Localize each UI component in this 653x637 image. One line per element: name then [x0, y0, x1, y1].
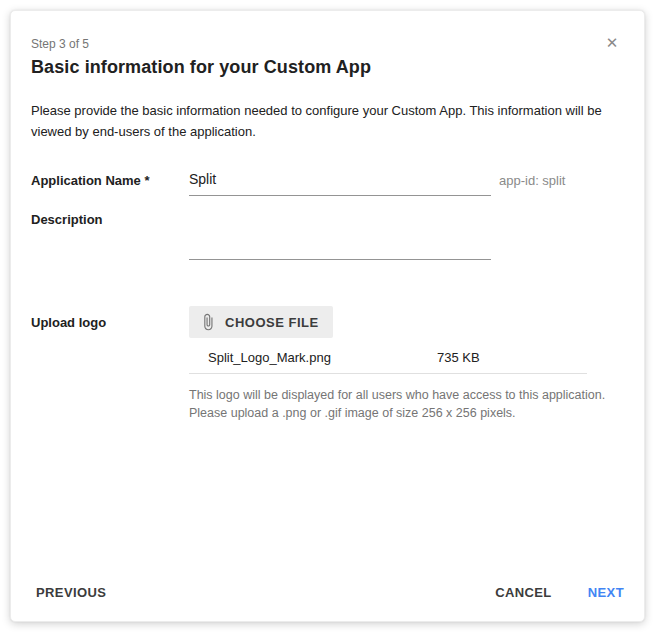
application-name-row: Application Name * app-id: split — [31, 169, 624, 196]
previous-button[interactable]: PREVIOUS — [31, 577, 111, 608]
description-label: Description — [31, 208, 189, 227]
upload-helper-text: This logo will be displayed for all user… — [189, 386, 624, 422]
cancel-button[interactable]: CANCEL — [490, 577, 557, 608]
upload-logo-label: Upload logo — [31, 306, 189, 330]
application-name-label: Application Name * — [31, 169, 189, 188]
uploaded-file-row: Split_Logo_Mark.png 735 KB — [189, 350, 587, 374]
choose-file-button[interactable]: CHOOSE FILE — [189, 306, 333, 338]
dialog-title: Basic information for your Custom App — [31, 57, 624, 78]
intro-text: Please provide the basic information nee… — [31, 100, 619, 142]
upload-helper-line1: This logo will be displayed for all user… — [189, 386, 624, 404]
paperclip-icon — [199, 313, 217, 331]
app-id-hint: app-id: split — [499, 169, 565, 188]
upload-helper-line2: Please upload a .png or .gif image of si… — [189, 404, 624, 422]
description-input[interactable] — [189, 208, 491, 260]
file-size: 735 KB — [437, 350, 480, 365]
dialog-footer: PREVIOUS CANCEL NEXT — [11, 563, 644, 621]
choose-file-label: CHOOSE FILE — [225, 315, 319, 330]
next-button[interactable]: NEXT — [583, 577, 629, 608]
close-icon[interactable]: ✕ — [602, 33, 622, 53]
basic-info-form: Application Name * app-id: split Descrip… — [31, 169, 624, 422]
step-indicator: Step 3 of 5 — [31, 37, 624, 51]
custom-app-dialog: Step 3 of 5 Basic information for your C… — [10, 10, 645, 622]
application-name-input[interactable] — [189, 169, 491, 196]
description-row: Description — [31, 208, 624, 264]
upload-logo-row: Upload logo CHOOSE FILE Split_Logo_Mark.… — [31, 306, 624, 422]
file-name: Split_Logo_Mark.png — [208, 350, 437, 365]
